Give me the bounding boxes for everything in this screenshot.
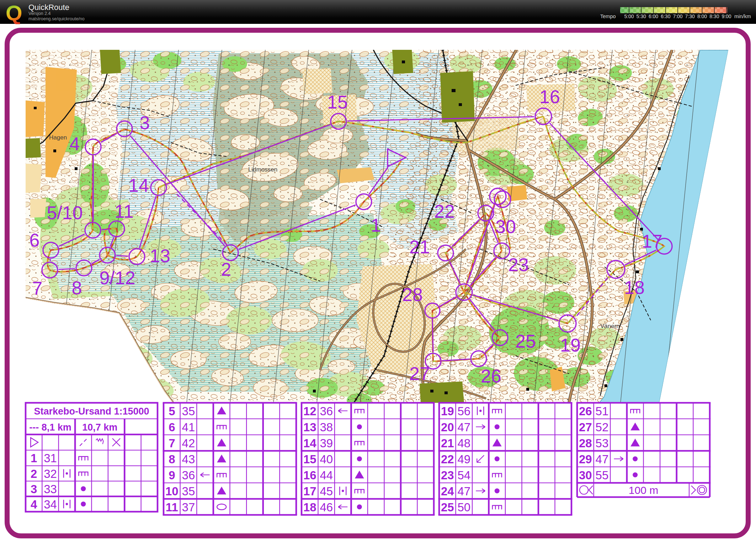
svg-text:21: 21 <box>441 437 454 450</box>
svg-text:32: 32 <box>44 467 57 480</box>
svg-text:26: 26 <box>579 405 592 418</box>
svg-text:43: 43 <box>182 453 195 466</box>
svg-text:50: 50 <box>457 501 470 514</box>
svg-text:55: 55 <box>596 469 609 482</box>
svg-text:18: 18 <box>303 501 316 514</box>
svg-text:36: 36 <box>182 469 195 482</box>
svg-text:34: 34 <box>44 498 57 511</box>
svg-text:41: 41 <box>182 421 195 434</box>
svg-text:11: 11 <box>166 501 178 514</box>
svg-text:10: 10 <box>165 485 179 498</box>
svg-text:24: 24 <box>441 485 454 498</box>
svg-text:47: 47 <box>457 421 470 434</box>
svg-text:42: 42 <box>182 437 195 450</box>
svg-text:51: 51 <box>596 405 609 418</box>
svg-text:15: 15 <box>303 453 316 466</box>
svg-text:56: 56 <box>457 405 470 418</box>
svg-text:5: 5 <box>169 405 175 418</box>
svg-text:44: 44 <box>320 469 333 482</box>
svg-text:3: 3 <box>31 483 37 496</box>
svg-text:47: 47 <box>457 485 470 498</box>
svg-text:Starkebo-Ursand 1:15000: Starkebo-Ursand 1:15000 <box>34 406 149 417</box>
svg-text:46: 46 <box>320 501 333 514</box>
svg-text:54: 54 <box>457 469 470 482</box>
svg-text:33: 33 <box>44 483 57 496</box>
svg-text:19: 19 <box>441 405 454 418</box>
svg-text:35: 35 <box>182 485 195 498</box>
svg-text:37: 37 <box>182 501 195 514</box>
svg-text:27: 27 <box>579 421 592 434</box>
svg-text:35: 35 <box>182 405 195 418</box>
svg-text:31: 31 <box>44 452 57 465</box>
svg-text:52: 52 <box>596 421 609 434</box>
svg-text:20: 20 <box>441 421 454 434</box>
svg-text:10,7 km: 10,7 km <box>82 422 117 433</box>
svg-text:13: 13 <box>303 421 316 434</box>
svg-text:6: 6 <box>169 421 175 434</box>
svg-text:30: 30 <box>579 469 592 482</box>
svg-text:100 m: 100 m <box>629 484 658 496</box>
svg-text:22: 22 <box>441 453 454 466</box>
svg-text:2: 2 <box>31 467 37 480</box>
svg-text:38: 38 <box>320 421 333 434</box>
svg-text:40: 40 <box>320 453 333 466</box>
svg-text:8: 8 <box>169 453 175 466</box>
svg-text:23: 23 <box>441 469 454 482</box>
svg-text:45: 45 <box>320 485 333 498</box>
svg-text:36: 36 <box>320 405 333 418</box>
svg-text:53: 53 <box>596 437 609 450</box>
svg-text:49: 49 <box>457 453 470 466</box>
svg-text:16: 16 <box>303 469 316 482</box>
svg-text:25: 25 <box>441 501 454 514</box>
svg-text:1: 1 <box>31 452 37 465</box>
svg-text:28: 28 <box>579 437 592 450</box>
svg-text:17: 17 <box>303 485 316 498</box>
svg-text:4: 4 <box>31 498 37 511</box>
svg-text:48: 48 <box>457 437 470 450</box>
svg-text:29: 29 <box>579 453 592 466</box>
svg-text:9: 9 <box>169 469 175 482</box>
svg-text:12: 12 <box>303 405 316 418</box>
svg-text:39: 39 <box>320 437 333 450</box>
svg-text:47: 47 <box>596 453 609 466</box>
svg-text:7: 7 <box>169 437 175 450</box>
svg-text:--- 8,1 km: --- 8,1 km <box>29 422 71 433</box>
svg-text:14: 14 <box>303 437 316 450</box>
